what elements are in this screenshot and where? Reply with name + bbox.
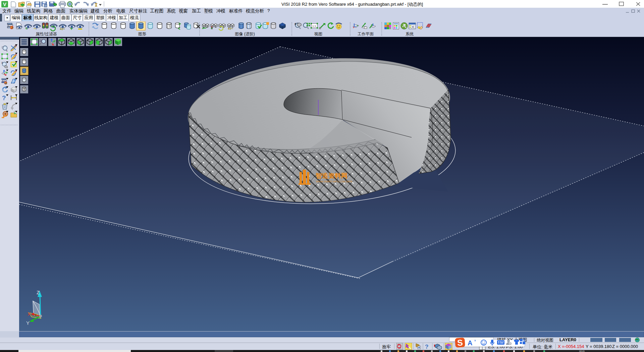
svg-text:+/−: +/− — [228, 27, 233, 31]
svg-text:WWW.SMART-MFG.COM DATA: WWW.SMART-MFG.COM DATA — [316, 180, 352, 183]
svg-text:−: − — [34, 26, 36, 31]
svg-text:1:1: 1:1 — [312, 25, 316, 28]
svg-text:?: ? — [425, 344, 428, 350]
svg-text:?: ? — [2, 94, 6, 101]
svg-text:V: V — [3, 1, 6, 7]
svg-text:+/−: +/− — [60, 27, 65, 31]
svg-text:±: ± — [1, 61, 3, 64]
svg-text:S: S — [457, 338, 463, 347]
svg-text:智造资料网: 智造资料网 — [315, 172, 347, 179]
svg-text:+: + — [70, 26, 73, 31]
svg-text:A: A — [468, 339, 472, 347]
svg-text:+: + — [202, 27, 204, 30]
svg-text:Y: Y — [26, 320, 30, 326]
svg-text:X: X — [28, 311, 31, 317]
svg-text:±: ± — [294, 22, 296, 26]
svg-text:7: 7 — [509, 343, 511, 345]
svg-text:+: + — [25, 26, 28, 31]
svg-text:18:41: 18:41 — [579, 350, 585, 352]
svg-text:Z: Z — [37, 290, 40, 295]
svg-text:’: ’ — [474, 339, 476, 345]
